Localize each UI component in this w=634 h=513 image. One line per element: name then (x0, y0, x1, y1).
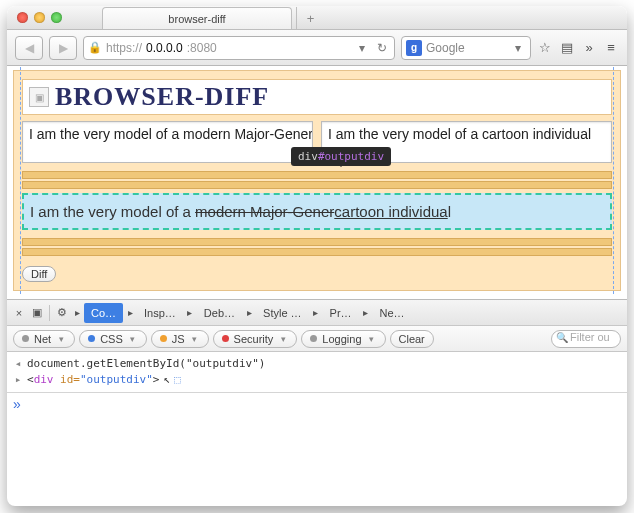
console-result-line[interactable]: ▸ <div id="outputdiv"> ↖ ⬚ (13, 372, 621, 388)
console-output: ◂ document.getElementById("outputdiv") ▸… (7, 352, 627, 392)
overflow-icon[interactable]: » (581, 40, 597, 55)
console-filter-input[interactable]: Filter ou (551, 330, 621, 348)
filter-security[interactable]: Security▾ (213, 330, 298, 348)
url-port: :8080 (187, 41, 217, 55)
reload-button[interactable]: ↻ (374, 41, 390, 55)
tab-inspector[interactable]: Insp… (137, 303, 183, 323)
filter-css[interactable]: CSS▾ (79, 330, 147, 348)
output-div: I am the very model of a modern Major-Ge… (22, 193, 612, 230)
back-button[interactable]: ◀ (15, 36, 43, 60)
devtools-expand-icon[interactable]: » (13, 396, 21, 412)
tooltip-tag: div (298, 150, 318, 163)
clear-button[interactable]: Clear (390, 330, 434, 348)
filter-js[interactable]: JS▾ (151, 330, 209, 348)
tab-console[interactable]: Co… (84, 303, 123, 323)
console-result-text: <div id="outputdiv"> (27, 372, 159, 388)
expand-caret-icon[interactable]: ▸ (13, 372, 23, 388)
diff-prefix: I am the very model of a (30, 203, 195, 220)
element-node-icon: ⬚ (174, 372, 181, 388)
chevron-right-icon: ▸ (311, 307, 321, 318)
console-input-line: ◂ document.getElementById("outputdiv") (13, 356, 621, 372)
input-a[interactable]: I am the very model of a modern Major-Ge… (22, 121, 313, 163)
page-body: ▣ BROWSER-DIFF I am the very model of a … (13, 70, 621, 291)
close-window-button[interactable] (17, 12, 28, 23)
tab-network[interactable]: Ne… (373, 303, 412, 323)
lock-icon: 🔒 (88, 41, 102, 54)
chevron-right-icon: ▸ (185, 307, 195, 318)
diff-removed: modern Major-Gener (195, 203, 334, 220)
tab-strip: browser-diff + (72, 6, 627, 29)
filter-net[interactable]: Net▾ (13, 330, 75, 348)
page-header: ▣ BROWSER-DIFF (22, 79, 612, 115)
minimize-window-button[interactable] (34, 12, 45, 23)
new-tab-button[interactable]: + (296, 7, 324, 29)
search-engine-dropdown[interactable]: ▾ (510, 41, 526, 55)
browser-tab[interactable]: browser-diff (102, 7, 292, 29)
url-bar[interactable]: 🔒 https://0.0.0.0:8080 ▾ ↻ (83, 36, 395, 60)
tab-profiler[interactable]: Pr… (323, 303, 359, 323)
diff-button[interactable]: Diff (22, 266, 56, 282)
bookmark-star-icon[interactable]: ☆ (537, 40, 553, 55)
tab-style-editor[interactable]: Style … (256, 303, 309, 323)
back-icon: ◀ (25, 41, 34, 55)
devtools-dock-icon[interactable]: ▣ (29, 306, 45, 319)
menu-icon[interactable]: ≡ (603, 40, 619, 55)
diff-added: cartoon individua (334, 203, 447, 220)
devtools-toolbar: × ▣ ⚙ ▸ Co… ▸ Insp… ▸ Deb… ▸ Style … ▸ P… (7, 300, 627, 326)
search-placeholder: Google (426, 41, 465, 55)
tooltip-id: #outputdiv (318, 150, 384, 163)
devtools-footer: » (7, 392, 627, 414)
tab-debugger[interactable]: Deb… (197, 303, 242, 323)
broken-image-icon: ▣ (29, 87, 49, 107)
chevron-right-icon: ▸ (72, 307, 82, 318)
search-engine-icon: g (406, 40, 422, 56)
devtools-panel: × ▣ ⚙ ▸ Co… ▸ Insp… ▸ Deb… ▸ Style … ▸ P… (7, 299, 627, 414)
separator-bars-2 (22, 238, 612, 256)
console-filter-bar: Net▾ CSS▾ JS▾ Security▾ Logging▾ Clear F… (7, 326, 627, 352)
chevron-right-icon: ▸ (361, 307, 371, 318)
page-title: BROWSER-DIFF (55, 82, 269, 112)
forward-icon: ▶ (59, 41, 68, 55)
traffic-lights (7, 6, 72, 29)
search-bar[interactable]: g Google ▾ (401, 36, 531, 60)
forward-button[interactable]: ▶ (49, 36, 77, 60)
reader-icon[interactable]: ▤ (559, 40, 575, 55)
url-history-dropdown[interactable]: ▾ (354, 41, 370, 55)
element-highlight-tooltip: div#outputdiv (291, 147, 391, 166)
devtools-close-icon[interactable]: × (11, 307, 27, 319)
mouse-cursor-icon: ↖ (163, 372, 170, 388)
url-scheme: https:// (106, 41, 142, 55)
url-host: 0.0.0.0 (146, 41, 183, 55)
separator-bars (22, 171, 612, 189)
console-input-text: document.getElementById("outputdiv") (27, 356, 265, 372)
diff-suffix: l (448, 203, 451, 220)
filter-logging[interactable]: Logging▾ (301, 330, 385, 348)
zoom-window-button[interactable] (51, 12, 62, 23)
chevron-right-icon: ▸ (244, 307, 254, 318)
input-caret-icon: ◂ (13, 356, 23, 372)
devtools-settings-icon[interactable]: ⚙ (54, 306, 70, 319)
chevron-right-icon: ▸ (125, 307, 135, 318)
window-titlebar: browser-diff + (7, 6, 627, 30)
browser-toolbar: ◀ ▶ 🔒 https://0.0.0.0:8080 ▾ ↻ g Google … (7, 30, 627, 66)
tab-title: browser-diff (168, 13, 225, 25)
plus-icon: + (307, 11, 315, 26)
